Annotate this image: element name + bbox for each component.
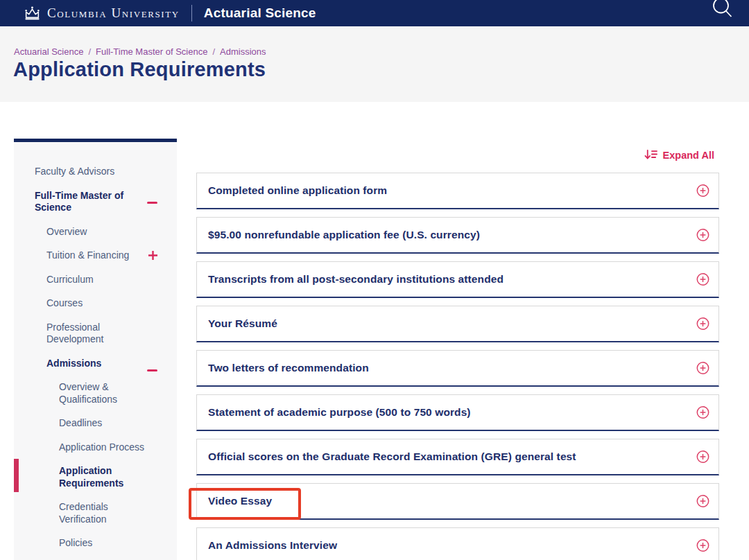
sidebar-item[interactable]: Overview: [14, 226, 177, 238]
accordion-row-title: An Admissions Interview: [208, 539, 337, 552]
sidebar-item-label: Overview: [46, 226, 87, 237]
plus-circle-icon[interactable]: [696, 184, 709, 198]
accordion-row-title: Your Résumé: [208, 317, 277, 330]
sidebar-item-label: Admissions: [46, 358, 101, 369]
accordion-row-title: Statement of academic purpose (500 to 75…: [208, 406, 471, 419]
sidebar-item-label: Application Requirements: [59, 465, 123, 489]
top-navigation-bar: Columbia University Actuarial Science: [0, 0, 749, 26]
breadcrumb-link[interactable]: Actuarial Science: [14, 46, 83, 57]
sidebar-item-label: Overview & Qualifications: [59, 381, 117, 405]
plus-circle-icon[interactable]: [696, 406, 709, 419]
collapse-minus-icon[interactable]: [147, 195, 157, 207]
sidebar-item-label: Full-Time Master of Science: [35, 190, 123, 213]
breadcrumb-separator: /: [212, 46, 215, 57]
sidebar-item[interactable]: Full-Time Master of Science: [14, 190, 177, 214]
plus-circle-icon[interactable]: [696, 539, 709, 552]
accordion-row[interactable]: Video Essay: [196, 483, 719, 520]
accordion-row-title: Two letters of recommendation: [208, 362, 369, 374]
columbia-crown-icon: [24, 6, 41, 21]
plus-circle-icon[interactable]: [696, 450, 709, 464]
section-navigation-sidebar: Faculty & Advisors Full-Time Master of S…: [14, 139, 177, 560]
expand-plus-icon[interactable]: [148, 251, 157, 263]
accordion-row-title: Transcripts from all post-secondary inst…: [208, 273, 503, 286]
sidebar-item[interactable]: Policies: [14, 537, 177, 550]
sidebar-item[interactable]: Curriculum: [14, 274, 177, 286]
accordion-row[interactable]: Completed online application form: [196, 173, 719, 209]
sidebar-item-label: Curriculum: [46, 274, 94, 285]
accordion-row[interactable]: An Admissions Interview: [196, 527, 719, 560]
sidebar-item[interactable]: Overview & Qualifications: [14, 381, 177, 405]
sidebar-item-label: Credentials Verification: [59, 501, 108, 525]
plus-circle-icon[interactable]: [696, 362, 709, 375]
breadcrumb-separator: /: [88, 46, 91, 57]
expand-all-button[interactable]: Expand All: [196, 149, 719, 161]
accordion-row[interactable]: Two letters of recommendation: [196, 350, 719, 387]
sidebar-item[interactable]: Deadlines: [14, 417, 177, 430]
sidebar-item-label: Tuition & Financing: [46, 250, 129, 261]
sidebar-item[interactable]: Faculty & Advisors: [14, 166, 177, 178]
accordion-row[interactable]: Your Résumé: [196, 306, 719, 342]
search-icon[interactable]: [712, 0, 734, 24]
collapse-minus-icon[interactable]: [147, 362, 157, 375]
expand-all-icon: [644, 149, 657, 162]
sidebar-item[interactable]: Application Requirements: [14, 465, 177, 489]
breadcrumb: Actuarial Science/Full-Time Master of Sc…: [14, 46, 266, 57]
sidebar-item-label: Policies: [59, 537, 92, 548]
accordion-row-title: $95.00 nonrefundable application fee (U.…: [208, 229, 480, 241]
sidebar-item-label: Application Process: [59, 441, 144, 453]
university-wordmark: Columbia University: [47, 6, 180, 21]
accordion-row[interactable]: $95.00 nonrefundable application fee (U.…: [196, 217, 719, 254]
accordion-row-title: Video Essay: [208, 495, 272, 507]
accordion-row[interactable]: Statement of academic purpose (500 to 75…: [196, 394, 719, 431]
sidebar-item[interactable]: Application Process: [14, 441, 177, 454]
expand-all-label: Expand All: [663, 150, 714, 161]
sidebar-item[interactable]: Credentials Verification: [14, 501, 177, 525]
accordion-row[interactable]: Official scores on the Graduate Record E…: [196, 439, 719, 475]
accordion-row-title: Official scores on the Graduate Record E…: [208, 450, 576, 463]
plus-circle-icon[interactable]: [696, 495, 709, 508]
sidebar-item[interactable]: Tuition & Financing: [14, 250, 177, 262]
sidebar-item-label: Courses: [46, 297, 83, 308]
sidebar-item[interactable]: Courses: [14, 297, 177, 310]
page-header-band: Actuarial Science/Full-Time Master of Sc…: [0, 26, 749, 102]
site-name[interactable]: Actuarial Science: [204, 6, 316, 21]
accordion-row-title: Completed online application form: [208, 184, 387, 197]
plus-circle-icon[interactable]: [696, 273, 709, 286]
active-item-bar: [14, 459, 19, 492]
breadcrumb-link[interactable]: Full-Time Master of Science: [96, 46, 207, 57]
sidebar-item[interactable]: Admissions: [14, 358, 177, 370]
main-content: Expand All Completed online application …: [196, 143, 719, 560]
header-divider: [191, 5, 192, 21]
accordion-row[interactable]: Transcripts from all post-secondary inst…: [196, 261, 719, 298]
plus-circle-icon[interactable]: [696, 229, 709, 242]
sidebar-item[interactable]: Professional Development: [14, 322, 177, 346]
sidebar-item-label: Faculty & Advisors: [35, 166, 114, 177]
breadcrumb-link[interactable]: Admissions: [220, 46, 266, 57]
requirements-accordion-list: Completed online application form $95.00…: [196, 173, 719, 560]
plus-circle-icon[interactable]: [696, 317, 709, 331]
sidebar-item-label: Professional Development: [46, 322, 104, 345]
page-title: Application Requirements: [13, 58, 266, 81]
sidebar-item-label: Deadlines: [59, 417, 102, 428]
columbia-brand[interactable]: Columbia University: [24, 6, 180, 21]
